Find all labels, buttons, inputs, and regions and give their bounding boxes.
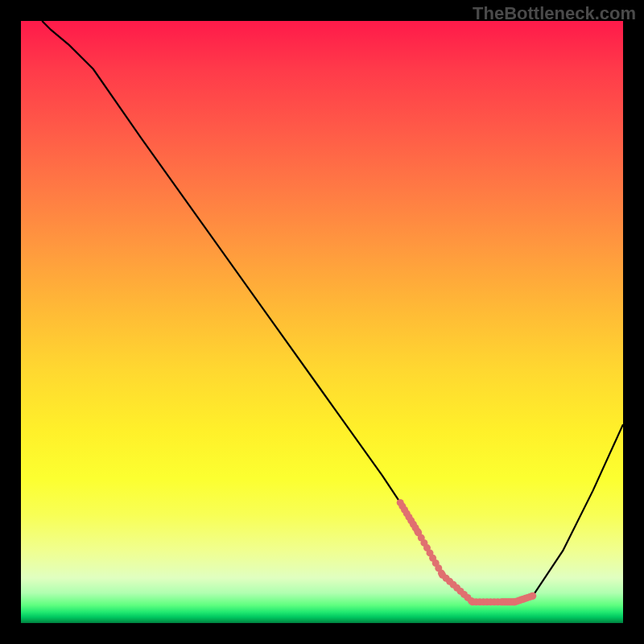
chart-curve-main — [42, 21, 623, 602]
watermark-text: TheBottleneck.com — [473, 3, 636, 24]
chart-lines-svg — [21, 21, 623, 623]
chart-curve-highlight — [397, 499, 537, 605]
chart-plot-area — [21, 21, 623, 623]
svg-point-54 — [529, 592, 536, 600]
